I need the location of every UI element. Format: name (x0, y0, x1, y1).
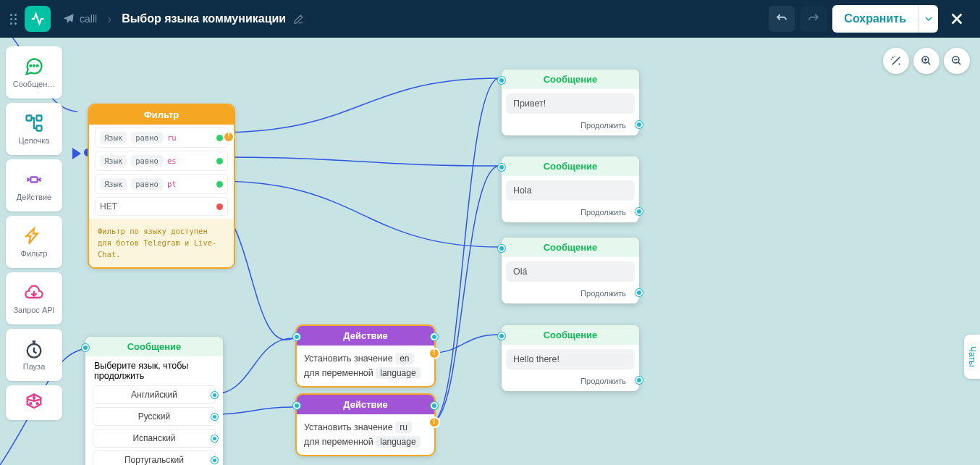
filter-else-label: НЕТ (100, 201, 117, 211)
flow-entry-arrow (72, 148, 81, 159)
port-dot[interactable] (216, 135, 223, 141)
breadcrumb-separator: › (107, 12, 111, 27)
svg-point-2 (37, 65, 38, 67)
port-in[interactable] (498, 164, 505, 171)
port-out[interactable] (635, 208, 643, 215)
tool-action[interactable]: Действие (6, 159, 62, 211)
save-button-group: Сохранить (832, 5, 938, 33)
node-action[interactable]: Действие Установить значение enдля перем… (297, 326, 434, 386)
filter-op: равно (131, 178, 163, 190)
node-message[interactable]: Сообщение Hello there! Продолжить (502, 325, 639, 391)
wand-icon (890, 54, 903, 67)
tool-label: Сообщен… (13, 80, 56, 88)
node-action[interactable]: Действие Установить значение ruдля перем… (297, 395, 434, 455)
close-button[interactable] (944, 6, 970, 32)
redo-button[interactable] (801, 6, 827, 32)
action-value: ru (395, 422, 412, 433)
port-in[interactable] (498, 245, 505, 252)
node-message[interactable]: Сообщение Hola Продолжить (502, 156, 639, 222)
svg-point-0 (30, 65, 31, 67)
app-logo[interactable] (25, 6, 51, 32)
save-dropdown[interactable] (918, 5, 938, 33)
action-set: Установить значение (304, 422, 393, 432)
tool-chain[interactable]: Цепочка (6, 103, 62, 155)
port-in[interactable] (498, 332, 505, 340)
tool-label: Фильтр (21, 249, 48, 258)
filter-condition[interactable]: Языкравноpt (95, 174, 228, 194)
edit-icon[interactable] (293, 14, 304, 25)
port-out[interactable] (431, 333, 438, 340)
tool-random[interactable] (6, 385, 62, 420)
node-message-options[interactable]: Сообщение Выберите язык, чтобы продолжит… (85, 337, 223, 465)
drag-handle[interactable] (10, 14, 17, 25)
port-dot[interactable] (216, 158, 223, 164)
channel-block[interactable]: calll (62, 12, 97, 25)
tool-message[interactable]: Сообщен… (6, 46, 62, 99)
port-in[interactable] (82, 344, 89, 351)
zoom-in-icon (920, 54, 933, 67)
node-message[interactable]: Сообщение Привет! Продолжить (502, 70, 639, 135)
port-out[interactable] (211, 392, 218, 398)
chats-panel-tab[interactable]: Чаты (964, 335, 980, 379)
node-message[interactable]: Сообщение Olá Продолжить (502, 238, 639, 303)
port-dot[interactable] (216, 181, 223, 188)
port-out[interactable] (635, 289, 643, 296)
message-option[interactable]: Португальский (93, 451, 216, 465)
filter-val: es (167, 156, 177, 165)
port-in[interactable] (498, 77, 505, 84)
port-out[interactable] (635, 377, 643, 384)
tool-label: Цепочка (19, 136, 50, 145)
warning-icon (428, 416, 440, 428)
filter-icon (24, 226, 44, 246)
svg-rect-5 (37, 126, 42, 131)
warning-icon (428, 348, 440, 359)
save-button[interactable]: Сохранить (832, 5, 918, 33)
continue-label: Продолжить (580, 121, 626, 130)
warning-icon (223, 131, 235, 143)
action-set: Установить значение (304, 353, 393, 364)
zoom-out-button[interactable] (944, 48, 970, 74)
port-out[interactable] (211, 435, 218, 442)
svg-rect-3 (27, 116, 32, 121)
port-out[interactable] (431, 402, 438, 409)
action-icon (24, 169, 44, 190)
node-header: Сообщение (502, 156, 639, 176)
tool-label: Запрос API (13, 306, 54, 314)
close-icon (949, 11, 965, 27)
pause-icon (24, 339, 44, 359)
undo-icon (775, 12, 788, 25)
port-out[interactable] (635, 121, 643, 128)
node-header: Действие (297, 326, 434, 345)
port-out[interactable] (211, 414, 218, 420)
message-icon (24, 56, 44, 77)
message-text: Olá (506, 261, 635, 282)
filter-condition[interactable]: Языкравноes (95, 151, 228, 171)
node-header: Сообщение (85, 337, 223, 356)
filter-key: Язык (100, 178, 127, 190)
port-in[interactable] (293, 402, 300, 409)
option-label: Испанский (132, 433, 175, 443)
message-prompt: Выберите язык, чтобы продолжить (85, 356, 223, 382)
filter-condition[interactable]: Языкравноru (95, 127, 228, 148)
option-label: Португальский (124, 455, 184, 465)
port-dot[interactable] (216, 204, 223, 210)
auto-layout-button[interactable] (883, 48, 909, 74)
message-option[interactable]: Испанский (93, 429, 216, 448)
port-in[interactable] (293, 333, 300, 340)
message-text: Hola (506, 180, 635, 201)
filter-note: Фильтр по языку доступен для ботов Teleg… (89, 219, 234, 267)
message-option[interactable]: Русский (93, 407, 216, 426)
zoom-in-button[interactable] (913, 48, 939, 74)
tool-filter[interactable]: Фильтр (6, 216, 62, 268)
node-header: Фильтр (89, 105, 234, 125)
svg-point-9 (30, 403, 31, 404)
tool-pause[interactable]: Пауза (6, 329, 62, 381)
message-option[interactable]: Английский (93, 385, 216, 404)
node-filter[interactable]: Фильтр Языкравноru Языкравноes Языкравно… (89, 105, 234, 267)
filter-else[interactable]: НЕТ (95, 197, 228, 216)
tool-api[interactable]: Запрос API (6, 272, 62, 324)
undo-button[interactable] (769, 6, 795, 32)
svg-rect-4 (37, 116, 42, 121)
port-out[interactable] (211, 457, 218, 464)
chain-icon (24, 113, 44, 133)
